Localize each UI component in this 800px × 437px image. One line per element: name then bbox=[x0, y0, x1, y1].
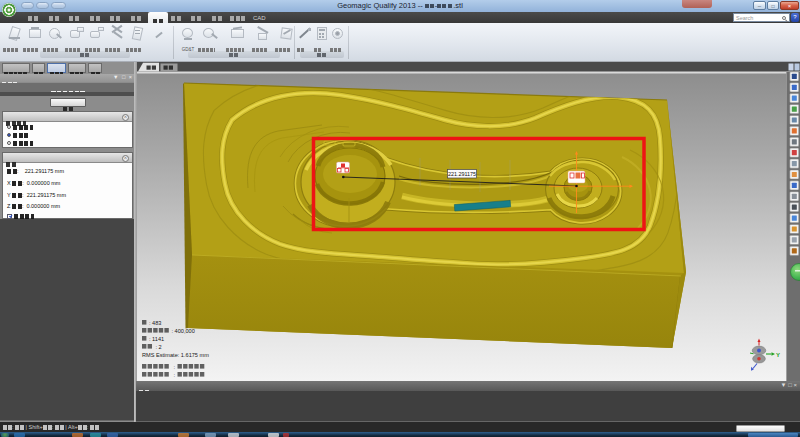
svg-text:: 2: : 2 bbox=[156, 344, 162, 350]
svg-text:: 400,000: : 400,000 bbox=[172, 328, 195, 334]
svg-text:: 483: : 483 bbox=[149, 320, 161, 326]
svg-text:RMS Estimate: 1.6175 mm: RMS Estimate: 1.6175 mm bbox=[142, 352, 209, 358]
svg-text:Y: Y bbox=[776, 352, 780, 358]
svg-text:221.291175: 221.291175 bbox=[448, 171, 476, 177]
svg-text::: : bbox=[174, 364, 176, 370]
svg-text::: : bbox=[174, 372, 176, 378]
svg-text:: 1141: : 1141 bbox=[149, 336, 164, 342]
